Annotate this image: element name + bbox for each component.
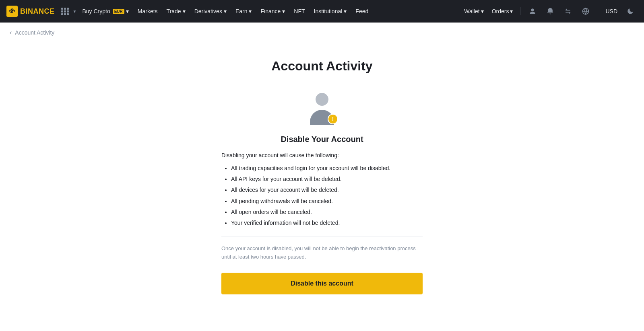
- page-title: Account Activity: [271, 59, 372, 74]
- nav-wallet[interactable]: Wallet ▾: [462, 0, 486, 23]
- nav-markets[interactable]: Markets: [134, 0, 162, 23]
- breadcrumb-text: Account Activity: [15, 29, 54, 36]
- consequences-list: All trading capacities and login for you…: [221, 163, 423, 228]
- disable-account-card: Disable Your Account Disabling your acco…: [221, 135, 423, 294]
- nav-buy-crypto-badge: EUR: [113, 9, 124, 14]
- warning-badge-icon: !: [328, 114, 338, 124]
- list-item: All trading capacities and login for you…: [231, 163, 423, 173]
- nav-earn-chevron: ▾: [249, 8, 252, 14]
- notifications-icon-button[interactable]: [543, 0, 557, 23]
- nav-trade-chevron: ▾: [183, 8, 186, 14]
- nav-institutional-chevron: ▾: [344, 8, 347, 14]
- transfer-icon-button[interactable]: [561, 0, 575, 23]
- list-item: Your verified information will not be de…: [231, 218, 423, 228]
- user-head-icon: [316, 93, 328, 106]
- nav-feed-label: Feed: [355, 8, 368, 14]
- nav-buy-crypto-label: Buy Crypto: [82, 8, 110, 14]
- nav-earn-label: Earn: [235, 8, 248, 14]
- nav-feed[interactable]: Feed: [351, 0, 372, 23]
- card-divider: [221, 236, 423, 236]
- logo-text: BINANCE: [20, 7, 55, 16]
- theme-toggle-button[interactable]: [623, 0, 638, 23]
- list-item: All open orders will be canceled.: [231, 207, 423, 217]
- grid-icon: [61, 8, 69, 15]
- nav-derivatives-chevron: ▾: [224, 8, 227, 14]
- nav-items: Buy Crypto EUR ▾ Markets Trade ▾ Derivat…: [78, 0, 460, 23]
- card-note-text: Once your account is disabled, you will …: [221, 245, 423, 261]
- nav-finance-label: Finance: [260, 8, 281, 14]
- nav-derivatives-label: Derivatives: [194, 8, 222, 14]
- nav-currency-label: USD: [605, 8, 617, 14]
- nav-buy-crypto-chevron: ▾: [126, 8, 129, 14]
- logo[interactable]: BINANCE: [6, 6, 55, 17]
- nav-currency[interactable]: USD: [603, 0, 620, 23]
- nav-orders[interactable]: Orders ▾: [489, 0, 516, 23]
- svg-point-1: [531, 8, 534, 11]
- nav-finance[interactable]: Finance ▾: [256, 0, 289, 23]
- nav-wallet-label: Wallet: [464, 8, 479, 14]
- navbar: BINANCE ▼ Buy Crypto EUR ▾ Markets Trade…: [0, 0, 644, 23]
- nav-divider-1: [520, 7, 520, 15]
- card-intro-text: Disabling your account will cause the fo…: [221, 152, 423, 158]
- nav-buy-crypto[interactable]: Buy Crypto EUR ▾: [78, 0, 132, 23]
- breadcrumb-bar: ‹ Account Activity: [0, 23, 644, 43]
- globe-icon-button[interactable]: [578, 0, 593, 23]
- apps-chevron-button[interactable]: ▼: [72, 8, 77, 14]
- nav-markets-label: Markets: [138, 8, 158, 14]
- nav-institutional-label: Institutional: [314, 8, 343, 14]
- breadcrumb-back-button[interactable]: ‹: [10, 29, 12, 36]
- profile-icon-button[interactable]: [525, 0, 540, 23]
- nav-right: Wallet ▾ Orders ▾: [462, 0, 638, 23]
- list-item: All API keys for your account will be de…: [231, 174, 423, 184]
- apps-grid-button[interactable]: [60, 6, 70, 17]
- nav-derivatives[interactable]: Derivatives ▾: [190, 0, 231, 23]
- list-item: All devices for your account will be del…: [231, 185, 423, 195]
- nav-wallet-chevron: ▾: [481, 8, 484, 14]
- card-heading: Disable Your Account: [221, 135, 423, 144]
- nav-orders-label: Orders: [492, 8, 509, 14]
- back-arrow-icon: ‹: [10, 29, 12, 36]
- nav-institutional[interactable]: Institutional ▾: [310, 0, 351, 23]
- nav-trade-label: Trade: [167, 8, 181, 14]
- nav-nft-label: NFT: [294, 8, 305, 14]
- nav-nft[interactable]: NFT: [290, 0, 309, 23]
- nav-divider-2: [598, 7, 598, 15]
- disable-account-button[interactable]: Disable this account: [221, 273, 423, 294]
- list-item: All pending withdrawals will be canceled…: [231, 196, 423, 206]
- nav-orders-chevron: ▾: [510, 8, 513, 14]
- main-content: Account Activity ! Disable Your Account …: [0, 43, 644, 319]
- nav-earn[interactable]: Earn ▾: [231, 0, 256, 23]
- account-warning-icon: !: [306, 93, 338, 125]
- nav-trade[interactable]: Trade ▾: [163, 0, 190, 23]
- nav-finance-chevron: ▾: [282, 8, 285, 14]
